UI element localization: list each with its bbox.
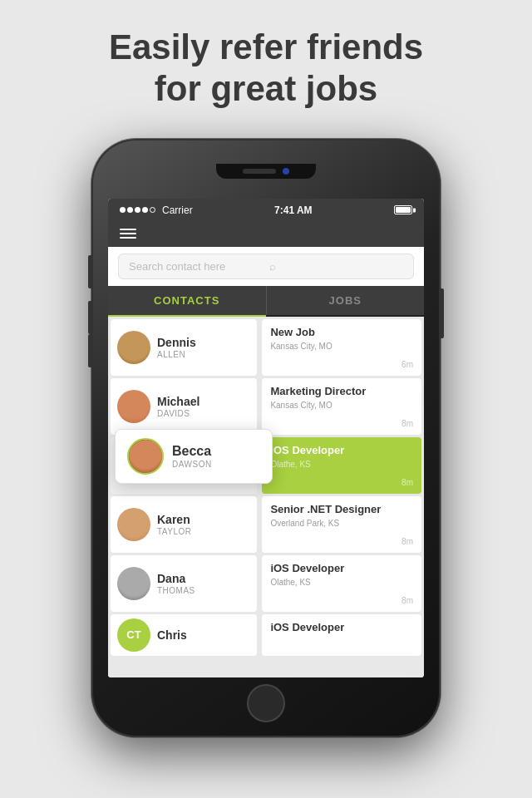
content-area: Dennis ALLEN Michael DAVIDS (108, 317, 424, 677)
becca-popup-info: Becca DAWSON (172, 444, 260, 469)
speaker (243, 169, 276, 174)
job-time-4: 8m (401, 537, 413, 546)
becca-popup-name: Becca (172, 444, 260, 459)
hamburger-line-2 (120, 233, 136, 234)
avatar-michael (117, 390, 150, 423)
job-title-6: iOS Developer (270, 621, 413, 635)
status-right (394, 205, 412, 214)
contact-info-dennis: Dennis ALLEN (157, 336, 250, 359)
contacts-column: Dennis ALLEN Michael DAVIDS (108, 317, 259, 677)
contact-card-chris[interactable]: CT Chris (111, 614, 257, 656)
camera (283, 168, 289, 175)
contact-info-dana: Dana THOMAS (157, 572, 250, 595)
job-time-2: 8m (401, 419, 413, 428)
phone-screen: Carrier 7:41 AM Search contact here ⌕ (108, 199, 424, 677)
contact-info-chris: Chris (157, 628, 250, 642)
signal-dot-1 (120, 207, 126, 213)
jobs-column: New Job Kansas City, MO 6m Marketing Dir… (259, 317, 424, 677)
job-card-6[interactable]: iOS Developer (262, 614, 421, 656)
search-icon: ⌕ (269, 260, 403, 273)
signal-dot-3 (135, 207, 140, 213)
job-card-2[interactable]: Marketing Director Kansas City, MO 8m (262, 378, 421, 435)
job-location-1: Kansas City, MO (270, 342, 413, 351)
battery-fill (396, 207, 411, 213)
contact-card-dana[interactable]: Dana THOMAS (111, 555, 257, 612)
signal-dot-4 (142, 207, 148, 213)
hamburger-line-1 (120, 229, 136, 230)
contact-info-karen: Karen TAYLOR (157, 513, 250, 536)
job-title-5: iOS Developer (270, 562, 413, 576)
job-title-3: iOS Developer (270, 444, 413, 458)
avatar-dana (117, 567, 150, 600)
signal-dot-5 (150, 207, 155, 213)
hamburger-menu[interactable] (120, 229, 136, 239)
hamburger-line-3 (120, 237, 136, 239)
contact-name-karen: Karen (157, 513, 250, 526)
contact-last-dennis: ALLEN (157, 350, 250, 359)
job-card-3[interactable]: iOS Developer Olathe, KS 8m (262, 437, 421, 494)
avatar-initials-chris: CT (126, 628, 140, 641)
avatar-dennis (117, 331, 150, 364)
status-bar: Carrier 7:41 AM (108, 199, 424, 222)
job-location-2: Kansas City, MO (270, 401, 413, 410)
avatar-chris: CT (117, 618, 150, 652)
job-time-1: 6m (401, 360, 413, 369)
battery-icon (394, 205, 412, 214)
job-location-4: Overland Park, KS (270, 519, 413, 528)
contact-last-dana: THOMAS (157, 586, 250, 595)
phone-mockup: Carrier 7:41 AM Search contact here ⌕ (91, 139, 441, 737)
search-placeholder: Search contact here (129, 260, 263, 273)
contact-name-dana: Dana (157, 572, 250, 585)
job-title-1: New Job (270, 326, 413, 340)
job-card-4[interactable]: Senior .NET Designer Overland Park, KS 8… (262, 496, 421, 553)
job-location-5: Olathe, KS (270, 578, 413, 587)
contact-info-michael: Michael DAVIDS (157, 395, 250, 418)
home-button[interactable] (247, 684, 285, 722)
contact-card-michael[interactable]: Michael DAVIDS (111, 378, 257, 435)
phone-notch (216, 164, 316, 179)
becca-popup-card[interactable]: Becca DAWSON (115, 429, 273, 484)
job-card-1[interactable]: New Job Kansas City, MO 6m (262, 319, 421, 376)
search-input-wrap[interactable]: Search contact here ⌕ (118, 254, 414, 279)
becca-popup-last: DAWSON (172, 460, 260, 469)
search-bar: Search contact here ⌕ (108, 247, 424, 286)
job-title-4: Senior .NET Designer (270, 503, 413, 517)
job-title-2: Marketing Director (270, 385, 413, 399)
contact-name-michael: Michael (157, 395, 250, 408)
contact-name-chris: Chris (157, 628, 250, 642)
headline-text: Easily refer friends for great jobs (109, 27, 423, 111)
tab-jobs[interactable]: JOBS (267, 286, 425, 315)
job-card-5[interactable]: iOS Developer Olathe, KS 8m (262, 555, 421, 612)
job-time-5: 8m (401, 596, 413, 605)
carrier-label: Carrier (162, 204, 193, 216)
avatar-karen (117, 508, 150, 541)
status-left: Carrier (120, 204, 193, 216)
contact-card-dennis[interactable]: Dennis ALLEN (111, 319, 257, 376)
signal-dot-2 (127, 207, 133, 213)
contact-card-karen[interactable]: Karen TAYLOR (111, 496, 257, 553)
job-time-3: 8m (401, 478, 413, 487)
contact-name-dennis: Dennis (157, 336, 250, 349)
job-location-3: Olathe, KS (270, 460, 413, 469)
avatar-becca-popup (127, 438, 164, 475)
tab-bar: CONTACTS JOBS (108, 286, 424, 317)
tab-contacts[interactable]: CONTACTS (108, 286, 266, 317)
contact-last-michael: DAVIDS (157, 409, 250, 418)
contact-last-karen: TAYLOR (157, 527, 250, 536)
app-nav-bar (108, 222, 424, 247)
status-time: 7:41 AM (274, 204, 313, 216)
headline: Easily refer friends for great jobs (59, 0, 473, 131)
